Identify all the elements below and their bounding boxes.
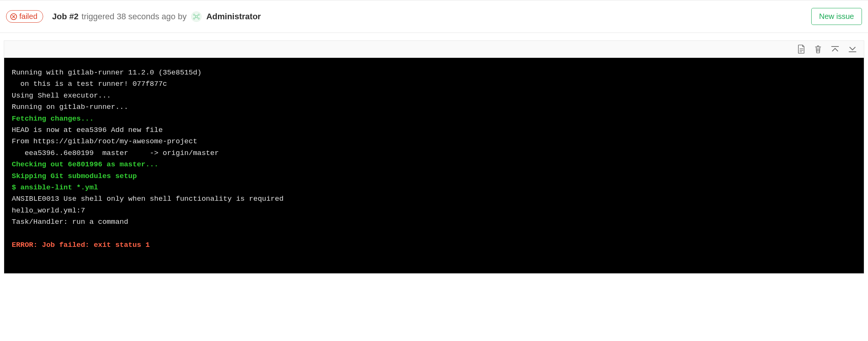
log-line: ERROR: Job failed: exit status 1 <box>12 239 856 251</box>
new-issue-button[interactable]: New issue <box>811 8 862 25</box>
log-line: eea5396..6e80199 master -> origin/master <box>12 147 856 159</box>
scroll-top-button[interactable] <box>831 45 840 53</box>
show-raw-button[interactable] <box>797 45 806 54</box>
erase-log-button[interactable] <box>814 45 822 54</box>
log-line: $ ansible-lint *.yml <box>12 182 856 193</box>
scroll-bottom-button[interactable] <box>848 45 857 53</box>
status-badge-failed[interactable]: failed <box>6 10 43 23</box>
job-log[interactable]: Running with gitlab-runner 11.2.0 (35e85… <box>4 58 864 273</box>
log-line: Running on gitlab-runner... <box>12 101 856 113</box>
log-line: Fetching changes... <box>12 113 856 124</box>
log-line <box>12 228 856 239</box>
log-line: From https://gitlab/root/my-awesome-proj… <box>12 136 856 147</box>
chevron-bottom-icon <box>848 45 857 53</box>
avatar[interactable] <box>191 11 202 22</box>
job-number: Job #2 <box>52 12 79 22</box>
job-info: Job #2 triggered 38 seconds ago by Admin… <box>52 11 261 22</box>
log-line: Task/Handler: run a command <box>12 216 856 228</box>
log-line: ANSIBLE0013 Use shell only when shell fu… <box>12 193 856 205</box>
log-line: Skipping Git submodules setup <box>12 170 856 182</box>
log-toolbar <box>4 41 864 58</box>
log-line: on this is a test runner! 077f877c <box>12 78 856 90</box>
log-line: HEAD is now at eea5396 Add new file <box>12 124 856 136</box>
log-line: Checking out 6e801996 as master... <box>12 159 856 170</box>
log-container: Running with gitlab-runner 11.2.0 (35e85… <box>4 40 864 274</box>
job-user[interactable]: Administrator <box>206 12 261 22</box>
document-icon <box>797 45 806 54</box>
failed-icon <box>10 13 17 20</box>
chevron-top-icon <box>831 45 840 53</box>
job-triggered-text: triggered 38 seconds ago by <box>82 12 187 22</box>
job-header-left: failed Job #2 triggered 38 seconds ago b… <box>6 10 261 23</box>
trash-icon <box>814 45 822 54</box>
svg-point-1 <box>192 12 201 21</box>
status-badge-text: failed <box>19 12 37 21</box>
avatar-icon <box>192 12 201 21</box>
job-header: failed Job #2 triggered 38 seconds ago b… <box>0 0 868 33</box>
log-line: Running with gitlab-runner 11.2.0 (35e85… <box>12 67 856 78</box>
log-line: hello_world.yml:7 <box>12 205 856 216</box>
log-line: Using Shell executor... <box>12 90 856 101</box>
